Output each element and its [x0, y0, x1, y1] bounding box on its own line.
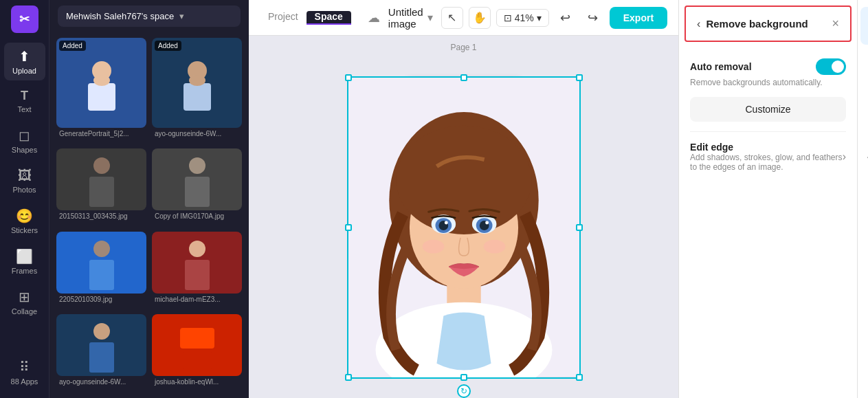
image-thumbnail	[56, 314, 146, 376]
added-badge: Added	[155, 41, 181, 51]
tab-space[interactable]: Space	[307, 11, 351, 25]
cloud-icon: ☁	[368, 10, 380, 25]
undo-btn[interactable]: ↩	[555, 7, 577, 29]
pan-tool-btn[interactable]: ✋	[469, 7, 491, 29]
image-thumbnail	[152, 314, 242, 376]
svg-rect-7	[89, 177, 114, 207]
tab-project[interactable]: Project	[260, 11, 307, 25]
shapes-icon: ◻	[19, 127, 30, 144]
left-sidebar: ✂ ⬆ Upload T Text ◻ Shapes 🖼 Photos 😊 St…	[0, 0, 49, 398]
image-card[interactable]	[152, 314, 242, 376]
image-card[interactable]	[56, 314, 146, 376]
photos-icon: 🖼	[18, 168, 32, 184]
effects-item-arrange[interactable]: ⧉ Arrange	[860, 128, 868, 165]
redo-btn[interactable]: ↪	[582, 7, 604, 29]
file-info: Untitled image ▾	[388, 6, 433, 30]
image-label: joshua-koblin-eqWl...	[152, 376, 242, 388]
app-logo[interactable]: ✂	[11, 5, 38, 33]
resize-handle-bm[interactable]	[460, 374, 467, 381]
panel-title-row: ‹ Remove background	[697, 18, 808, 30]
sidebar-item-label: Collage	[12, 307, 37, 316]
svg-rect-1	[88, 83, 115, 111]
auto-removal-toggle[interactable]	[816, 58, 846, 75]
svg-point-5	[189, 75, 205, 86]
effects-item-adjust[interactable]: ≡ Adjust	[860, 47, 868, 85]
image-thumbnail	[56, 148, 146, 210]
effects-item-opacity[interactable]: ◎ Opacity	[860, 87, 868, 125]
svg-rect-11	[89, 260, 114, 290]
svg-point-10	[93, 241, 110, 257]
sidebar-item-collage[interactable]: ⊞ Collage	[4, 283, 45, 321]
sidebar-item-label: Photos	[12, 186, 36, 194]
resize-handle-br[interactable]	[576, 374, 583, 381]
chevron-right-icon: ›	[843, 151, 846, 163]
svg-point-8	[189, 157, 205, 174]
resize-handle-tr[interactable]	[576, 74, 583, 81]
chevron-down-icon: ▾	[179, 11, 184, 21]
sidebar-item-apps[interactable]: ⠿ 88 Apps	[4, 353, 45, 391]
sidebar-item-text[interactable]: T Text	[4, 83, 45, 119]
image-card[interactable]: Added	[152, 38, 242, 128]
sidebar-item-label: Shapes	[12, 146, 37, 154]
edit-edge-left: Edit edge Add shadows, strokes, glow, an…	[690, 142, 843, 172]
portrait-svg	[348, 78, 579, 377]
upload-panel: Mehwish Saleh767's space ▾ Added Generat…	[49, 0, 249, 398]
page-label: Page 1	[451, 43, 477, 52]
remove-bg-body: Auto removal Remove backgrounds automati…	[679, 47, 857, 398]
export-btn[interactable]: Export	[610, 7, 667, 29]
canvas-area: Page 1 ⊡ ⊞ ⧉ ••• ↻	[249, 36, 678, 398]
image-card-wrap: Copy of IMG0170A.jpg	[152, 148, 242, 225]
image-card-wrap: joshua-koblin-eqWl...	[152, 314, 242, 391]
svg-point-2	[93, 75, 110, 86]
svg-rect-15	[89, 342, 114, 373]
edit-edge-desc: Add shadows, strokes, glow, and feathers…	[690, 153, 843, 172]
image-card[interactable]	[56, 232, 146, 294]
image-label: michael-dam-mEZ3...	[152, 294, 242, 305]
sidebar-item-upload[interactable]: ⬆ Upload	[4, 43, 45, 80]
image-card[interactable]	[152, 232, 242, 294]
back-button[interactable]: ‹	[697, 18, 700, 30]
auto-removal-label: Auto removal	[690, 61, 751, 72]
resize-handle-bl[interactable]	[345, 374, 352, 381]
rotate-handle[interactable]: ↻	[457, 384, 471, 398]
image-card[interactable]	[56, 148, 146, 210]
image-thumbnail	[56, 232, 146, 294]
sidebar-item-label: Text	[17, 105, 31, 113]
space-selector[interactable]: Mehwish Saleh767's space ▾	[58, 5, 241, 27]
resize-handle-mr[interactable]	[576, 224, 583, 231]
sidebar-item-label: Frames	[12, 267, 37, 275]
image-card[interactable]	[152, 148, 242, 210]
apps-icon: ⠿	[19, 359, 30, 375]
resize-handle-ml[interactable]	[345, 224, 352, 231]
sidebar-item-photos[interactable]: 🖼 Photos	[4, 162, 45, 199]
effects-sidebar: ✦ Effects ≡ Adjust ◎ Opacity ⧉ Arrange	[857, 0, 868, 398]
resize-handle-tm[interactable]	[460, 74, 467, 81]
image-label: 20150313_003435.jpg	[56, 210, 146, 222]
canvas-frame[interactable]: ↻	[347, 76, 581, 379]
sidebar-item-shapes[interactable]: ◻ Shapes	[4, 122, 45, 159]
close-button[interactable]: ×	[832, 16, 840, 31]
image-card-wrap: Added ayo-ogunseinde-6W...	[152, 38, 242, 143]
edit-edge-row[interactable]: Edit edge Add shadows, strokes, glow, an…	[690, 132, 846, 175]
resize-handle-tl[interactable]	[345, 74, 352, 81]
svg-rect-17	[182, 352, 212, 369]
panel-title: Remove background	[706, 18, 808, 30]
image-label: Copy of IMG0170A.jpg	[152, 210, 242, 222]
image-label: ayo-ogunseinde-6W...	[152, 128, 242, 140]
customize-button[interactable]: Customize	[690, 97, 846, 122]
text-icon: T	[21, 89, 28, 103]
sidebar-item-label: Upload	[12, 67, 36, 75]
image-card[interactable]: Added	[56, 38, 146, 128]
file-title-chevron-icon[interactable]: ▾	[427, 11, 433, 24]
sidebar-item-stickers[interactable]: 😊 Stickers	[4, 202, 45, 240]
sidebar-item-frames[interactable]: ⬜ Frames	[4, 243, 45, 280]
effects-item-effects[interactable]: ✦ Effects	[860, 7, 868, 45]
svg-point-31	[485, 221, 489, 224]
image-label: GeneratePortrait_5|2...	[56, 128, 146, 140]
remove-bg-header: ‹ Remove background ×	[685, 5, 852, 42]
image-thumbnail	[56, 38, 146, 128]
image-card-wrap: michael-dam-mEZ3...	[152, 232, 242, 309]
toolbar-left: Project Space ☁ Untitled image ▾	[260, 6, 433, 30]
select-tool-btn[interactable]: ↖	[441, 7, 463, 29]
zoom-selector[interactable]: ⊡ 41% ▾	[496, 9, 549, 27]
